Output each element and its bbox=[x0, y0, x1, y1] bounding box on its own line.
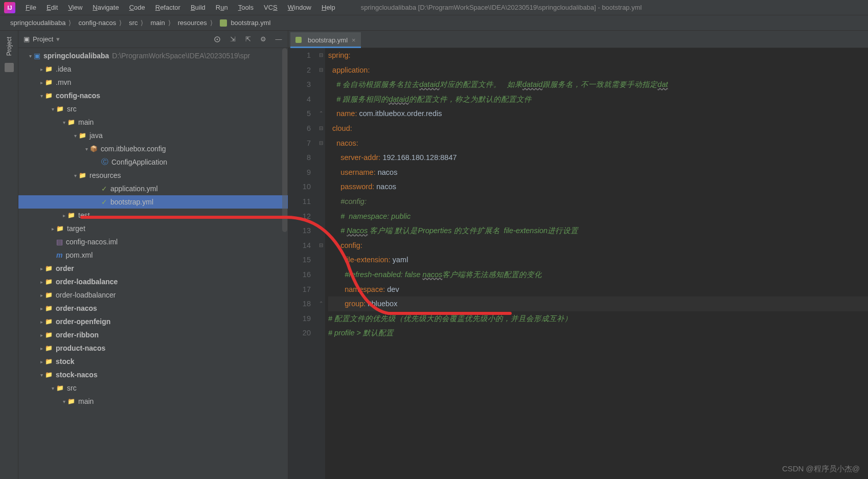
dropdown-icon[interactable]: ▾ bbox=[56, 35, 60, 43]
tree-row[interactable]: ▸📁order-loadbalance bbox=[18, 275, 288, 288]
editor-content[interactable]: 1234567891011121314151617181920 ⊟⊟⌃⊟⊟⊟⌃ … bbox=[288, 48, 868, 479]
code-line[interactable]: spring: bbox=[328, 48, 868, 63]
code-line[interactable]: cloud: bbox=[328, 121, 868, 136]
chevron-icon[interactable]: ▸ bbox=[49, 226, 56, 232]
fold-marker[interactable] bbox=[317, 194, 325, 209]
fold-marker[interactable]: ⊟ bbox=[317, 48, 325, 63]
tab-bootstrap-yml[interactable]: bootstrap.yml × bbox=[290, 32, 361, 48]
chevron-icon[interactable]: ▸ bbox=[38, 359, 45, 364]
menu-help[interactable]: Help bbox=[316, 2, 340, 13]
project-tree[interactable]: ▾▣springcloudalibabaD:\ProgramWorkSpace\… bbox=[18, 48, 288, 479]
menu-vcs[interactable]: VCS bbox=[259, 2, 283, 13]
chevron-icon[interactable]: ▸ bbox=[38, 66, 45, 72]
crumb-module[interactable]: config-nacos bbox=[76, 19, 127, 27]
tree-row[interactable]: ▾📁java bbox=[18, 129, 288, 142]
code-line[interactable]: name: com.itbluebox.order.redis bbox=[328, 106, 868, 121]
tree-row[interactable]: ▸📁order-loadbalancer bbox=[18, 288, 288, 302]
menu-run[interactable]: Run bbox=[211, 2, 233, 13]
tree-row[interactable]: ▾📁stock-nacos bbox=[18, 368, 288, 381]
chevron-icon[interactable]: ▾ bbox=[38, 372, 45, 378]
fold-marker[interactable] bbox=[317, 223, 325, 238]
tree-row[interactable]: ▸📁order-openfeign bbox=[18, 315, 288, 328]
chevron-icon[interactable]: ▸ bbox=[38, 346, 45, 351]
code-line[interactable]: # 配置文件的优先级（优先级大的会覆盖优先级小的，并且会形成互补） bbox=[328, 311, 868, 326]
fold-marker[interactable] bbox=[317, 311, 325, 326]
crumb-root[interactable]: springcloudalibaba bbox=[8, 19, 76, 27]
fold-marker[interactable]: ⊟ bbox=[317, 63, 325, 78]
code-line[interactable]: #refresh-enabled: false nacos客户端将无法感知配置的… bbox=[328, 267, 868, 282]
tree-row[interactable]: ✓bootstrap.yml bbox=[18, 195, 288, 209]
code-line[interactable]: # Nacos 客户端 默认是Properties 的文件扩展名 file-ex… bbox=[328, 223, 868, 238]
crumb-resources[interactable]: resources bbox=[176, 19, 218, 27]
fold-marker[interactable]: ⌃ bbox=[317, 296, 325, 311]
fold-marker[interactable]: ⌃ bbox=[317, 106, 325, 121]
tree-row[interactable]: mpom.xml bbox=[18, 248, 288, 262]
tree-row[interactable]: ▸📁product-nacos bbox=[18, 341, 288, 355]
code-line[interactable]: file-extension: yaml bbox=[328, 253, 868, 267]
code-line[interactable]: # 会自动根据服务名拉去dataid对应的配置文件。 如果dataid跟服务名，… bbox=[328, 77, 868, 92]
project-tool-button[interactable]: Project bbox=[6, 34, 13, 59]
chevron-icon[interactable]: ▾ bbox=[49, 385, 56, 391]
chevron-icon[interactable]: ▾ bbox=[27, 53, 34, 59]
menu-view[interactable]: View bbox=[63, 2, 87, 13]
chevron-icon[interactable]: ▾ bbox=[49, 106, 56, 112]
code-line[interactable]: username: nacos bbox=[328, 165, 868, 180]
fold-marker[interactable] bbox=[317, 77, 325, 92]
sidebar-scrollbar[interactable] bbox=[282, 48, 288, 479]
fold-marker[interactable] bbox=[317, 253, 325, 267]
tree-row[interactable]: ▤config-nacos.iml bbox=[18, 235, 288, 248]
tree-row[interactable]: ▾📁main bbox=[18, 395, 288, 408]
chevron-icon[interactable]: ▾ bbox=[72, 173, 79, 178]
tree-row[interactable]: ⒸConfigApplication bbox=[18, 155, 288, 169]
tool-icon[interactable] bbox=[5, 63, 14, 72]
code-line[interactable]: # namespace: public bbox=[328, 209, 868, 224]
fold-marker[interactable]: ⊟ bbox=[317, 121, 325, 136]
code-line[interactable]: namespace: dev bbox=[328, 282, 868, 297]
tree-row[interactable]: ✓application.yml bbox=[18, 182, 288, 195]
fold-marker[interactable] bbox=[317, 179, 325, 194]
chevron-icon[interactable]: ▾ bbox=[60, 120, 67, 125]
tree-row[interactable]: ▸📁order-nacos bbox=[18, 302, 288, 315]
sidebar-title[interactable]: ▣ Project ▾ bbox=[24, 35, 60, 43]
tree-row[interactable]: ▾📁resources bbox=[18, 169, 288, 182]
settings-icon[interactable]: ⚙ bbox=[259, 35, 267, 43]
tree-row[interactable]: ▾📁src bbox=[18, 381, 288, 395]
menu-refactor[interactable]: Refactor bbox=[150, 2, 186, 13]
collapse-all-icon[interactable]: ⇱ bbox=[244, 35, 252, 43]
chevron-icon[interactable]: ▾ bbox=[60, 399, 67, 404]
menu-window[interactable]: Window bbox=[283, 2, 316, 13]
code-line[interactable]: server-addr: 192.168.180.128:8847 bbox=[328, 150, 868, 165]
tree-row[interactable]: ▾📦com.itbluebox.config bbox=[18, 142, 288, 155]
tree-row[interactable]: ▾▣springcloudalibabaD:\ProgramWorkSpace\… bbox=[18, 49, 288, 62]
code-line[interactable]: #config: bbox=[328, 194, 868, 209]
code-line[interactable]: password: nacos bbox=[328, 179, 868, 194]
expand-all-icon[interactable]: ⇲ bbox=[229, 35, 237, 43]
hide-icon[interactable]: — bbox=[275, 35, 283, 43]
menu-edit[interactable]: Edit bbox=[41, 2, 63, 13]
code-area[interactable]: spring: application: # 会自动根据服务名拉去dataid对… bbox=[325, 48, 868, 479]
menu-tools[interactable]: Tools bbox=[233, 2, 259, 13]
menu-build[interactable]: Build bbox=[186, 2, 211, 13]
tree-row[interactable]: ▸📁order-ribbon bbox=[18, 328, 288, 341]
chevron-icon[interactable]: ▸ bbox=[38, 279, 45, 285]
tree-row[interactable]: ▾📁src bbox=[18, 102, 288, 116]
chevron-icon[interactable]: ▸ bbox=[38, 266, 45, 271]
fold-marker[interactable] bbox=[317, 92, 325, 107]
crumb-main[interactable]: main bbox=[148, 19, 175, 27]
code-line[interactable]: nacos: bbox=[328, 136, 868, 151]
select-opened-file-icon[interactable] bbox=[213, 35, 221, 43]
chevron-icon[interactable]: ▸ bbox=[38, 80, 45, 85]
fold-column[interactable]: ⊟⊟⌃⊟⊟⊟⌃ bbox=[317, 48, 325, 479]
menu-navigate[interactable]: Navigate bbox=[87, 2, 124, 13]
chevron-icon[interactable]: ▾ bbox=[83, 146, 90, 152]
tree-row[interactable]: ▸📁stock bbox=[18, 355, 288, 368]
menu-file[interactable]: File bbox=[20, 2, 41, 13]
fold-marker[interactable]: ⊟ bbox=[317, 136, 325, 151]
crumb-src[interactable]: src bbox=[127, 19, 148, 27]
tree-row[interactable]: ▸📁target bbox=[18, 222, 288, 235]
code-line[interactable]: application: bbox=[328, 63, 868, 78]
close-tab-icon[interactable]: × bbox=[352, 36, 356, 44]
tree-row[interactable]: ▸📁.mvn bbox=[18, 76, 288, 89]
fold-marker[interactable] bbox=[317, 165, 325, 180]
menu-code[interactable]: Code bbox=[124, 2, 150, 13]
